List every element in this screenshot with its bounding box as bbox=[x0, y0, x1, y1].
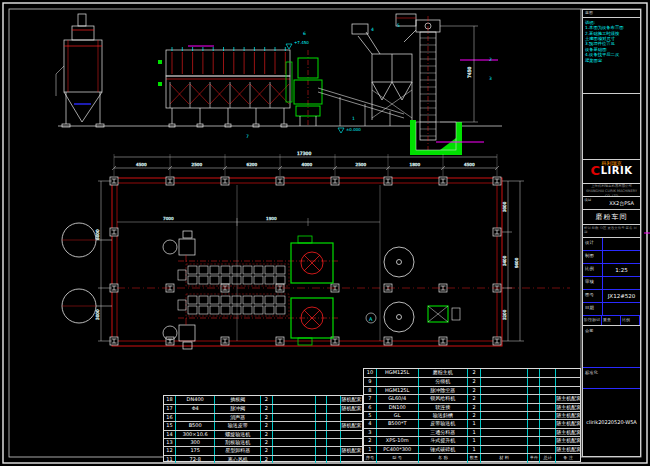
baghouse-train-plan[interactable] bbox=[178, 264, 289, 286]
bom-cell-name: 消声器 bbox=[215, 414, 261, 421]
bom-row[interactable]: 5GL输送斜槽2随主机配套 bbox=[364, 411, 580, 419]
bom-row[interactable]: 13300刮板输送机2 bbox=[164, 438, 362, 446]
field-row-date[interactable]: 日期 bbox=[583, 303, 640, 316]
svg-text:2500: 2500 bbox=[356, 162, 367, 167]
bom-cell-w1 bbox=[316, 439, 327, 446]
svg-text:4: 4 bbox=[371, 27, 374, 32]
field-row-drawing-no[interactable]: 图号 JX12#520 bbox=[583, 290, 640, 303]
bom-cell-w2 bbox=[327, 431, 341, 438]
bom-table-left[interactable]: 18DN400插板阀2随机配套17Φ4脉冲阀2随机配套16消声器215B500输… bbox=[163, 395, 363, 462]
column-symbol bbox=[439, 337, 447, 345]
bom-cell-w2 bbox=[540, 420, 556, 427]
field-row-check[interactable]: 审核 bbox=[583, 277, 640, 290]
project-value: XX2台PSA bbox=[603, 197, 640, 209]
bom-cell-remark bbox=[341, 456, 362, 463]
bom-cell-no: 12 bbox=[164, 447, 176, 454]
bom-cell-w2 bbox=[327, 396, 341, 404]
baghouse-elevation[interactable] bbox=[158, 46, 290, 127]
fan-assembly-plan[interactable] bbox=[163, 231, 195, 262]
bom-row[interactable]: 17Φ4脉冲阀2随机配套 bbox=[164, 404, 362, 412]
bom-row[interactable]: 14300×10.6螺旋输送机2 bbox=[164, 430, 362, 438]
project-row: 项目 XX2台PSA bbox=[583, 197, 640, 210]
bom-cell-name: 脉冲除尘器 bbox=[419, 387, 469, 394]
bom-table-right[interactable]: 10HGM125L磨粉主机29分级机28HGM125L脉冲除尘器27GL60/4… bbox=[363, 368, 581, 462]
baghouse-train-plan[interactable] bbox=[178, 294, 289, 316]
bom-cell-model: 300 bbox=[176, 439, 216, 446]
svg-text:3: 3 bbox=[489, 76, 492, 81]
bom-header-cell: 型 号 bbox=[377, 454, 419, 463]
bom-cell-no: 7 bbox=[364, 395, 377, 402]
bom-cell-name: 脉冲阀 bbox=[215, 405, 261, 412]
bom-row[interactable]: 7GL60/4锁风给料机2随主机配套 bbox=[364, 394, 580, 402]
bom-cell-qty: 2 bbox=[468, 387, 481, 394]
bom-row[interactable]: 8HGM125L脉冲除尘器2 bbox=[364, 386, 580, 394]
elevation-view[interactable]: 7450 +7.450 ±0.000 1234567 bbox=[56, 14, 502, 155]
svg-text:4500: 4500 bbox=[464, 162, 475, 167]
bom-cell-qty: 2 bbox=[261, 439, 273, 446]
title-block-panel[interactable]: 蓝图 说明:1.本图为设备布置图2.基础施工时须按 土建图核对尺寸3.预埋件位置… bbox=[582, 9, 641, 457]
bom-cell-remark: 随机配套 bbox=[341, 405, 362, 412]
svg-text:2500: 2500 bbox=[192, 162, 203, 167]
bom-row[interactable]: 10HGM125L磨粉主机2 bbox=[364, 369, 580, 377]
mill-unit-plan-selected[interactable] bbox=[291, 236, 333, 283]
svg-text:+7.450: +7.450 bbox=[294, 40, 309, 45]
bom-cell-no: 16 bbox=[164, 414, 176, 421]
bom-cell-mat bbox=[273, 431, 317, 438]
bom-cell-w1 bbox=[528, 429, 540, 436]
column-symbol bbox=[166, 337, 174, 345]
inclined-conveyor-elevation[interactable] bbox=[318, 88, 404, 126]
field-row-scale[interactable]: 比例 1:25 bbox=[583, 264, 640, 277]
bom-row[interactable]: 1PC400*300锤式破碎机1随主机配套 bbox=[364, 445, 580, 453]
bom-cell-remark: 随主机配套 bbox=[556, 404, 580, 411]
bom-row[interactable]: 1172-8离心风机2 bbox=[164, 455, 362, 463]
bom-cell-remark bbox=[341, 414, 362, 421]
field-row-draft[interactable]: 制图 bbox=[583, 251, 640, 264]
bom-cell-w1 bbox=[528, 437, 540, 444]
bom-cell-qty: 1 bbox=[468, 420, 481, 427]
bom-cell-remark bbox=[341, 439, 362, 446]
bom-cell-remark: 随主机配套 bbox=[556, 446, 580, 453]
bom-row[interactable]: 15B500输送皮带2随机配套 bbox=[164, 421, 362, 429]
bom-cell-w2 bbox=[327, 456, 341, 463]
bom-cell-model bbox=[377, 378, 419, 385]
logo-brand: CLIRIK bbox=[591, 165, 633, 176]
bom-cell-remark: 随机配套 bbox=[341, 422, 362, 429]
panel-top-label: 蓝图 bbox=[583, 10, 640, 18]
svg-text:6: 6 bbox=[303, 31, 306, 36]
bom-cell-model: 72-8 bbox=[176, 456, 216, 463]
bom-row[interactable]: 12175星型卸料器2随机配套 bbox=[164, 446, 362, 454]
bom-cell-no: 6 bbox=[364, 404, 377, 411]
bom-cell-w1 bbox=[528, 420, 540, 427]
twin-hopper-elevation[interactable] bbox=[352, 14, 416, 120]
bom-header-cell: 总计 bbox=[540, 454, 556, 463]
bom-row[interactable]: 9分级机2 bbox=[364, 377, 580, 385]
dust-collector-elevation[interactable] bbox=[56, 14, 104, 127]
bom-row[interactable]: 3三通分料器1随主机配套 bbox=[364, 428, 580, 436]
bom-row[interactable]: 4B500*T皮带输送机1随主机配套 bbox=[364, 419, 580, 427]
elevator-plan-selected[interactable] bbox=[428, 306, 460, 322]
field-row-design[interactable]: 设计 bbox=[583, 238, 640, 251]
bucket-elevator-elevation[interactable] bbox=[404, 16, 440, 150]
mill-unit-elevation-selected[interactable] bbox=[286, 50, 322, 126]
bom-cell-w2 bbox=[327, 439, 341, 446]
bom-header-cell: 材 料 bbox=[481, 454, 529, 463]
bom-cell-no: 11 bbox=[164, 456, 176, 463]
bom-cell-name: 输送皮带 bbox=[215, 422, 261, 429]
bom-row[interactable]: 16消声器2 bbox=[164, 413, 362, 421]
bom-cell-name: 三通分料器 bbox=[419, 429, 469, 436]
bom-cell-name: 皮带输送机 bbox=[419, 420, 469, 427]
bom-cell-model: GL bbox=[377, 412, 419, 419]
svg-text:9600: 9600 bbox=[514, 257, 519, 268]
plan-view[interactable]: A 17300 4500250062004000250018004500 bbox=[62, 151, 570, 349]
bom-row[interactable]: 2XPS-10m斗式提升机1随主机配套 bbox=[364, 436, 580, 444]
svg-text:1800: 1800 bbox=[410, 162, 421, 167]
bom-row[interactable]: 6DN100软连接2随主机配套 bbox=[364, 403, 580, 411]
bom-cell-mat bbox=[481, 404, 529, 411]
bag-valve-ticks bbox=[172, 47, 285, 51]
mill-unit-plan-selected[interactable] bbox=[291, 298, 333, 345]
bom-cell-mat bbox=[481, 420, 529, 427]
bom-cell-model: HGM125L bbox=[377, 387, 419, 394]
bom-row[interactable]: 18DN400插板阀2随机配套 bbox=[164, 396, 362, 404]
cad-drawing-canvas[interactable]: 7450 +7.450 ±0.000 1234567 bbox=[0, 0, 650, 466]
cyclone-plan[interactable] bbox=[62, 223, 112, 323]
